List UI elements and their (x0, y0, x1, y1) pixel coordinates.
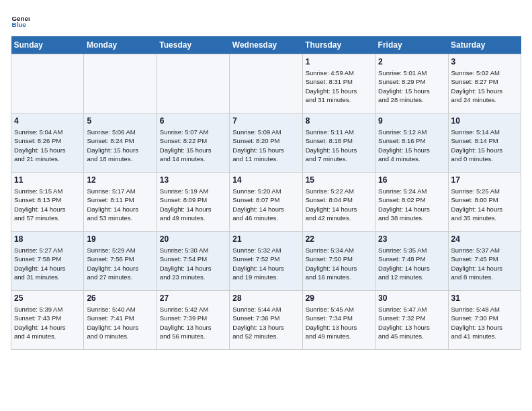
day-info: Sunrise: 5:09 AM Sunset: 8:20 PM Dayligh… (232, 128, 299, 163)
weekday-header: Tuesday (157, 36, 229, 54)
day-info: Sunrise: 5:44 AM Sunset: 7:36 PM Dayligh… (232, 305, 299, 340)
day-info: Sunrise: 5:24 AM Sunset: 8:02 PM Dayligh… (378, 187, 445, 222)
calendar-cell: 20Sunrise: 5:30 AM Sunset: 7:54 PM Dayli… (157, 232, 229, 291)
calendar-body: 1Sunrise: 4:59 AM Sunset: 8:31 PM Daylig… (11, 54, 521, 350)
day-number: 28 (232, 293, 299, 303)
logo: General Blue (11, 11, 32, 30)
day-number: 11 (14, 175, 81, 185)
calendar-cell: 8Sunrise: 5:11 AM Sunset: 8:18 PM Daylig… (302, 113, 375, 173)
calendar-cell: 3Sunrise: 5:02 AM Sunset: 8:27 PM Daylig… (448, 54, 521, 113)
day-number: 15 (306, 175, 372, 185)
day-number: 8 (306, 116, 372, 126)
day-info: Sunrise: 5:17 AM Sunset: 8:11 PM Dayligh… (87, 187, 153, 222)
calendar-cell: 6Sunrise: 5:07 AM Sunset: 8:22 PM Daylig… (157, 113, 229, 173)
calendar-cell: 30Sunrise: 5:47 AM Sunset: 7:32 PM Dayli… (375, 291, 448, 350)
calendar-cell: 5Sunrise: 5:06 AM Sunset: 8:24 PM Daylig… (84, 113, 157, 173)
day-info: Sunrise: 5:06 AM Sunset: 8:24 PM Dayligh… (87, 128, 153, 163)
calendar-table: SundayMondayTuesdayWednesdayThursdayFrid… (11, 36, 521, 350)
calendar-cell: 24Sunrise: 5:37 AM Sunset: 7:45 PM Dayli… (448, 232, 521, 291)
calendar-row: 4Sunrise: 5:04 AM Sunset: 8:26 PM Daylig… (11, 113, 521, 173)
weekday-header: Saturday (448, 36, 521, 54)
calendar-cell: 31Sunrise: 5:48 AM Sunset: 7:30 PM Dayli… (448, 291, 521, 350)
day-number: 16 (378, 175, 445, 185)
weekday-header: Thursday (302, 36, 375, 54)
day-number: 31 (451, 293, 518, 303)
day-info: Sunrise: 5:25 AM Sunset: 8:00 PM Dayligh… (451, 187, 518, 222)
day-info: Sunrise: 5:42 AM Sunset: 7:39 PM Dayligh… (160, 305, 226, 340)
day-info: Sunrise: 4:59 AM Sunset: 8:31 PM Dayligh… (306, 68, 372, 104)
calendar-row: 1Sunrise: 4:59 AM Sunset: 8:31 PM Daylig… (11, 54, 521, 113)
day-number: 12 (87, 175, 153, 185)
day-info: Sunrise: 5:48 AM Sunset: 7:30 PM Dayligh… (451, 305, 518, 340)
logo-icon: General Blue (11, 11, 30, 30)
calendar-cell: 14Sunrise: 5:20 AM Sunset: 8:07 PM Dayli… (230, 173, 302, 232)
day-number: 9 (378, 116, 445, 126)
day-number: 27 (160, 293, 226, 303)
day-info: Sunrise: 5:12 AM Sunset: 8:16 PM Dayligh… (378, 128, 445, 163)
day-number: 5 (87, 116, 153, 126)
day-info: Sunrise: 5:37 AM Sunset: 7:45 PM Dayligh… (451, 246, 518, 281)
day-number: 13 (160, 175, 226, 185)
day-number: 14 (232, 175, 299, 185)
day-info: Sunrise: 5:45 AM Sunset: 7:34 PM Dayligh… (306, 305, 372, 340)
calendar-cell: 1Sunrise: 4:59 AM Sunset: 8:31 PM Daylig… (302, 54, 375, 113)
day-number: 19 (87, 234, 153, 244)
day-number: 1 (306, 57, 372, 66)
day-number: 29 (306, 293, 372, 303)
day-info: Sunrise: 5:19 AM Sunset: 8:09 PM Dayligh… (160, 187, 226, 222)
day-info: Sunrise: 5:20 AM Sunset: 8:07 PM Dayligh… (232, 187, 299, 222)
calendar-header: SundayMondayTuesdayWednesdayThursdayFrid… (11, 36, 521, 54)
day-info: Sunrise: 5:22 AM Sunset: 8:04 PM Dayligh… (306, 187, 372, 222)
weekday-header: Friday (375, 36, 448, 54)
day-number: 3 (451, 57, 518, 66)
day-number: 25 (14, 293, 81, 303)
page-header: General Blue (11, 11, 521, 30)
day-number: 2 (378, 57, 445, 66)
calendar-cell: 28Sunrise: 5:44 AM Sunset: 7:36 PM Dayli… (230, 291, 302, 350)
svg-text:Blue: Blue (11, 21, 26, 28)
day-number: 30 (378, 293, 445, 303)
day-info: Sunrise: 5:39 AM Sunset: 7:43 PM Dayligh… (14, 305, 81, 340)
day-number: 18 (14, 234, 81, 244)
day-number: 7 (232, 116, 299, 126)
calendar-row: 25Sunrise: 5:39 AM Sunset: 7:43 PM Dayli… (11, 291, 521, 350)
day-info: Sunrise: 5:40 AM Sunset: 7:41 PM Dayligh… (87, 305, 153, 340)
calendar-row: 11Sunrise: 5:15 AM Sunset: 8:13 PM Dayli… (11, 173, 521, 232)
calendar-cell (84, 54, 157, 113)
day-info: Sunrise: 5:04 AM Sunset: 8:26 PM Dayligh… (14, 128, 81, 163)
day-number: 20 (160, 234, 226, 244)
calendar-cell: 23Sunrise: 5:35 AM Sunset: 7:48 PM Dayli… (375, 232, 448, 291)
calendar-row: 18Sunrise: 5:27 AM Sunset: 7:58 PM Dayli… (11, 232, 521, 291)
calendar-cell: 11Sunrise: 5:15 AM Sunset: 8:13 PM Dayli… (11, 173, 84, 232)
weekday-header: Wednesday (230, 36, 302, 54)
day-number: 4 (14, 116, 81, 126)
calendar-cell: 18Sunrise: 5:27 AM Sunset: 7:58 PM Dayli… (11, 232, 84, 291)
day-info: Sunrise: 5:07 AM Sunset: 8:22 PM Dayligh… (160, 128, 226, 163)
calendar-cell: 10Sunrise: 5:14 AM Sunset: 8:14 PM Dayli… (448, 113, 521, 173)
calendar-cell: 7Sunrise: 5:09 AM Sunset: 8:20 PM Daylig… (230, 113, 302, 173)
day-number: 24 (451, 234, 518, 244)
calendar-cell: 29Sunrise: 5:45 AM Sunset: 7:34 PM Dayli… (302, 291, 375, 350)
calendar-cell: 22Sunrise: 5:34 AM Sunset: 7:50 PM Dayli… (302, 232, 375, 291)
day-info: Sunrise: 5:02 AM Sunset: 8:27 PM Dayligh… (451, 68, 518, 104)
weekday-header: Monday (84, 36, 157, 54)
day-number: 23 (378, 234, 445, 244)
day-number: 26 (87, 293, 153, 303)
day-info: Sunrise: 5:34 AM Sunset: 7:50 PM Dayligh… (306, 246, 372, 281)
day-info: Sunrise: 5:15 AM Sunset: 8:13 PM Dayligh… (14, 187, 81, 222)
day-number: 6 (160, 116, 226, 126)
calendar-cell: 2Sunrise: 5:01 AM Sunset: 8:29 PM Daylig… (375, 54, 448, 113)
calendar-cell (157, 54, 229, 113)
day-info: Sunrise: 5:27 AM Sunset: 7:58 PM Dayligh… (14, 246, 81, 281)
calendar-cell: 17Sunrise: 5:25 AM Sunset: 8:00 PM Dayli… (448, 173, 521, 232)
day-info: Sunrise: 5:35 AM Sunset: 7:48 PM Dayligh… (378, 246, 445, 281)
day-info: Sunrise: 5:30 AM Sunset: 7:54 PM Dayligh… (160, 246, 226, 281)
day-info: Sunrise: 5:11 AM Sunset: 8:18 PM Dayligh… (306, 128, 372, 163)
calendar-cell: 12Sunrise: 5:17 AM Sunset: 8:11 PM Dayli… (84, 173, 157, 232)
day-info: Sunrise: 5:01 AM Sunset: 8:29 PM Dayligh… (378, 68, 445, 104)
calendar-cell: 27Sunrise: 5:42 AM Sunset: 7:39 PM Dayli… (157, 291, 229, 350)
calendar-cell: 21Sunrise: 5:32 AM Sunset: 7:52 PM Dayli… (230, 232, 302, 291)
day-number: 10 (451, 116, 518, 126)
weekday-row: SundayMondayTuesdayWednesdayThursdayFrid… (11, 36, 521, 54)
day-info: Sunrise: 5:14 AM Sunset: 8:14 PM Dayligh… (451, 128, 518, 163)
